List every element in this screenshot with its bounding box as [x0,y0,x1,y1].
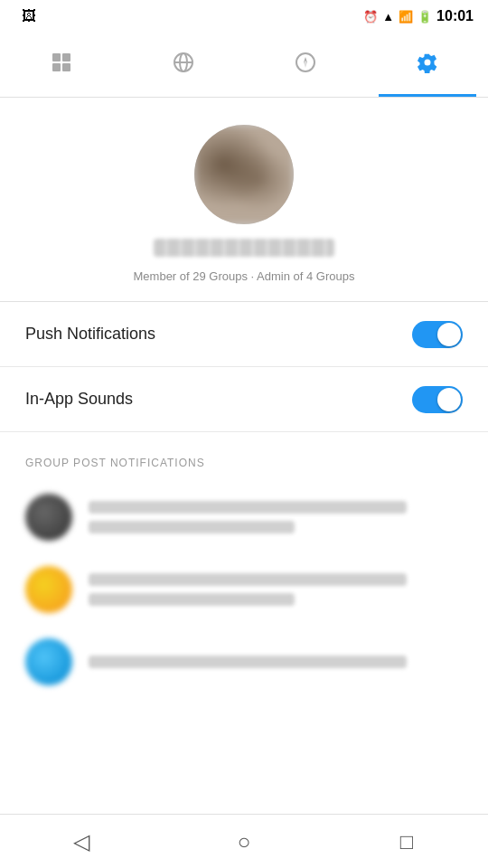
push-notifications-row: Push Notifications [0,302,488,367]
group-text-block [89,501,463,533]
nav-item-settings[interactable] [366,33,488,97]
in-app-sounds-toggle[interactable] [412,386,463,413]
signal-icon: 📶 [399,10,413,24]
group-name-line [89,656,407,668]
globe-icon [173,52,194,79]
group-avatar-dark [25,494,72,541]
profile-section: Member of 29 Groups · Admin of 4 Groups [0,98,488,301]
bottom-nav: ◁ ○ □ [0,814,488,868]
push-notifications-label: Push Notifications [25,325,155,344]
recents-icon: □ [400,829,414,854]
svg-rect-2 [52,63,61,71]
status-left-icons: 🖼 [14,8,356,24]
group-avatar-blue [25,638,72,685]
alarm-icon: ⏰ [363,10,378,24]
recents-button[interactable]: □ [325,815,488,868]
back-button[interactable]: ◁ [0,815,163,868]
nav-item-compass[interactable] [244,33,366,97]
top-nav-bar [0,33,488,98]
group-item[interactable] [0,553,488,626]
status-right-icons: ⏰ ▲ 📶 🔋 10:01 [363,8,474,24]
group-text-block [89,573,463,606]
push-notifications-toggle[interactable] [412,321,463,348]
group-item[interactable] [0,626,488,698]
settings-icon [417,52,438,79]
avatar [194,125,294,224]
member-info: Member of 29 Groups · Admin of 4 Groups [134,269,355,283]
svg-rect-3 [62,63,70,71]
group-item[interactable] [0,481,488,553]
back-icon: ◁ [73,829,89,854]
wifi-icon: ▲ [382,10,394,24]
svg-rect-0 [52,53,61,61]
group-sub-line [89,521,295,533]
group-list [0,481,488,716]
compass-icon [295,52,316,79]
group-name-line [89,501,407,514]
group-avatar-yellow [25,566,72,613]
grid-icon [51,52,72,79]
in-app-sounds-label: In-App Sounds [25,390,133,409]
in-app-sounds-row: In-App Sounds [0,367,488,432]
battery-icon: 🔋 [418,10,432,24]
home-icon: ○ [238,829,251,854]
group-name-line [89,573,407,586]
image-icon: 🖼 [22,8,36,24]
group-post-notifications-header: GROUP POST NOTIFICATIONS [0,432,488,481]
user-name-blurred [154,239,334,257]
nav-item-globe[interactable] [122,33,244,97]
home-button[interactable]: ○ [163,815,325,868]
group-text-block [89,656,463,668]
nav-item-grid[interactable] [0,33,122,97]
status-time: 10:01 [436,8,474,24]
section-title: GROUP POST NOTIFICATIONS [25,457,205,469]
group-sub-line [89,593,295,606]
settings-list: Push Notifications In-App Sounds [0,302,488,432]
status-bar: 🖼 ⏰ ▲ 📶 🔋 10:01 [0,0,488,33]
svg-rect-1 [62,53,70,61]
avatar-image [194,125,294,224]
